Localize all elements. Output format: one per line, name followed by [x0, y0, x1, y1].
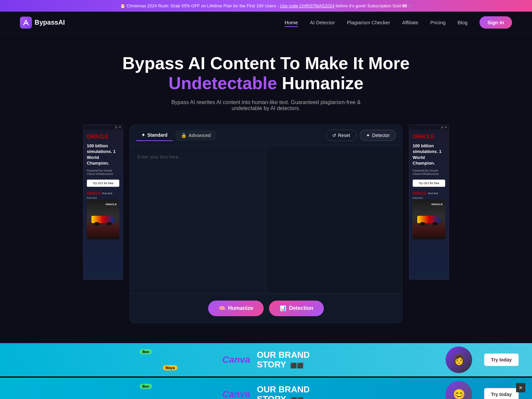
sign-in-button[interactable]: Sign In	[479, 16, 512, 29]
standard-icon: ✦	[141, 132, 145, 138]
tab-advanced[interactable]: 🔒 Advanced	[176, 130, 216, 141]
nav-item-affiliate[interactable]: Affiliate	[402, 20, 418, 26]
detector-label: Detector	[372, 133, 390, 138]
bottom-ad-content-2: Canva OUR BRANDSTORY ⬛⬛	[222, 385, 310, 399]
ad-story-text-2: OUR BRANDSTORY ⬛⬛	[257, 385, 310, 399]
ad-headline-left: 100 billion simulations. 1 World Champio…	[87, 143, 119, 166]
bottom-ad-1: Canva OUR BRANDSTORY ⬛⬛ 👩 Try today Ben …	[0, 343, 532, 376]
tab-standard[interactable]: ✦ Standard	[136, 130, 173, 141]
bottom-ads-stack: Canva OUR BRANDSTORY ⬛⬛ 👩 Try today Ben …	[0, 336, 532, 399]
nav-item-blog[interactable]: Blog	[458, 20, 467, 26]
banner-count: 86	[402, 3, 407, 8]
ad-try-btn-right[interactable]: Try OCI for free	[413, 180, 445, 187]
humanize-icon: 🧠	[219, 305, 225, 312]
oracle-racing-left: ORACLE	[87, 192, 101, 195]
humanize-label: Humanize	[228, 305, 253, 311]
ad-subtext-left: Powered by Oracle Cloud Infrastructure	[87, 169, 119, 176]
badge-ben-1: Ben	[140, 349, 152, 354]
detector-icon: ✦	[366, 133, 370, 138]
ad-racing-image-left: ORACLE	[87, 200, 119, 239]
nav-links: Home AI Detector Plagiarism Checker Affi…	[285, 20, 467, 26]
left-ad-banner: D ✕ ORACLE 100 billion simulations. 1 Wo…	[83, 125, 123, 280]
editor-toolbar: ✦ Standard 🔒 Advanced ↺ Reset ✦ Detector	[130, 125, 402, 146]
editor-output-area	[266, 146, 402, 294]
detection-button[interactable]: 📊 Detection	[269, 301, 324, 316]
hero-subtitle: Bypass AI rewrites AI content into human…	[160, 99, 372, 111]
hero-title-line1: Bypass AI Content To Make It More	[122, 54, 410, 73]
reset-icon: ↺	[332, 133, 336, 138]
ad-top-bar-left: D ✕	[83, 125, 123, 130]
nav-item-home[interactable]: Home	[285, 20, 298, 26]
reset-button[interactable]: ↺ Reset	[326, 130, 357, 141]
detection-icon: 📊	[280, 305, 286, 312]
ad-person-2: 😊	[446, 381, 472, 399]
ad-story-text-1: OUR BRANDSTORY ⬛⬛	[257, 350, 310, 369]
ad-try-btn-left[interactable]: Try OCI for free	[87, 180, 119, 187]
ad-person-1: 👩	[446, 346, 472, 373]
bottom-ad-try-btn-2[interactable]: Try today	[484, 388, 519, 399]
bottom-ad-2: Canva OUR BRANDSTORY ⬛⬛ 😊 Try today Ben …	[0, 378, 532, 399]
ad-headline-right: 100 billion simulations. 1 World Champio…	[413, 143, 445, 166]
hero-title-highlight: Undetectable	[169, 73, 277, 93]
badge-maya-1: Maya	[163, 365, 178, 370]
nav-item-pricing[interactable]: Pricing	[430, 20, 446, 26]
tab-standard-label: Standard	[147, 132, 168, 138]
navigation: BypassAI Home AI Detector Plagiarism Che…	[0, 12, 532, 34]
bottom-ad-try-btn-1[interactable]: Try today	[484, 353, 519, 366]
advanced-icon: 🔒	[181, 133, 187, 138]
oracle-logo-right: ORACLE	[413, 134, 445, 140]
hero-title: Bypass AI Content To Make It More Undete…	[7, 54, 525, 93]
close-button[interactable]: ✕	[516, 383, 525, 392]
right-ad-banner: D ✕ ORACLE 100 billion simulations. 1 Wo…	[409, 125, 449, 280]
editor-panel: ✦ Standard 🔒 Advanced ↺ Reset ✦ Detector	[130, 125, 402, 323]
editor-body	[130, 146, 402, 294]
banner-text-after: before it's gone!	[335, 3, 366, 8]
reset-label: Reset	[338, 133, 350, 138]
canva-logo-2: Canva	[222, 389, 250, 399]
logo-text: BypassAI	[35, 19, 65, 26]
editor-input-area	[130, 146, 266, 294]
oracle-logo-left: ORACLE	[87, 134, 119, 140]
canva-logo-1: Canva	[222, 354, 250, 365]
ad-subtext-right: Powered by Oracle Cloud Infrastructure	[413, 169, 445, 176]
banner-subscription: Subscription Sold	[367, 3, 402, 8]
bottom-ad-content-1: Canva OUR BRANDSTORY ⬛⬛	[222, 350, 310, 369]
logo-icon	[20, 17, 32, 29]
tab-advanced-label: Advanced	[189, 133, 211, 138]
banner-link[interactable]: Use code CHRISTMAS2024	[280, 3, 334, 8]
toolbar-right: ↺ Reset ✦ Detector	[326, 130, 396, 141]
hero-title-humanize: Humanize	[282, 73, 364, 93]
ad-racing-image-right: ORACLE	[413, 200, 445, 239]
top-banner: 🎅 Christmas 2024 Rush: Grab 55% OFF on L…	[0, 0, 532, 12]
banner-checkmark: ✓	[408, 3, 412, 8]
nav-item-ai-detector[interactable]: AI Detector	[310, 20, 335, 26]
detector-button[interactable]: ✦ Detector	[360, 130, 396, 141]
text-input[interactable]	[130, 146, 266, 294]
hero-section: Bypass AI Content To Make It More Undete…	[0, 34, 532, 125]
detection-label: Detection	[289, 305, 313, 311]
main-layout: D ✕ ORACLE 100 billion simulations. 1 Wo…	[0, 125, 532, 336]
badge-ben-2: Ben	[140, 384, 152, 389]
logo[interactable]: BypassAI	[20, 17, 65, 29]
editor-footer: 🧠 Humanize 📊 Detection	[130, 294, 402, 323]
nav-item-plagiarism[interactable]: Plagiarism Checker	[347, 20, 390, 26]
humanize-button[interactable]: 🧠 Humanize	[208, 301, 264, 316]
banner-text: 🎅 Christmas 2024 Rush: Grab 55% OFF on L…	[120, 3, 280, 8]
ad-top-bar-right: D ✕	[409, 125, 449, 130]
